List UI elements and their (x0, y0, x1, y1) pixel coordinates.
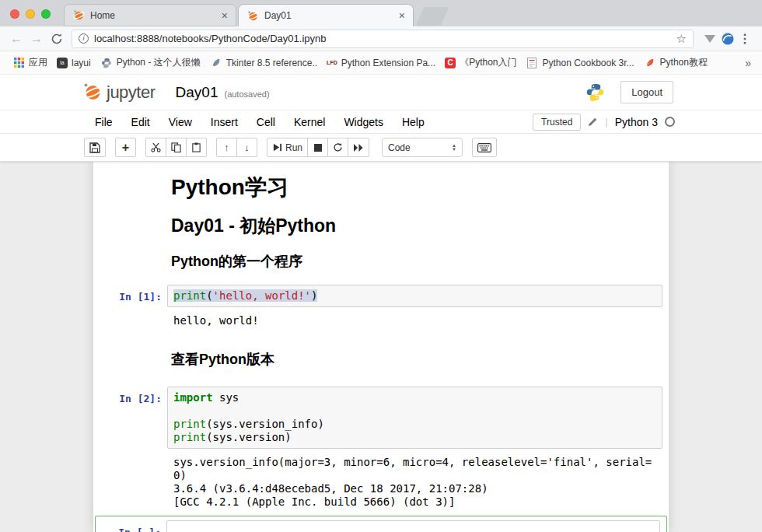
feather-icon (644, 57, 656, 69)
bookmark-label: Python Cookbook 3r... (542, 58, 634, 68)
restart-kernel-button[interactable] (327, 138, 348, 157)
insert-cell-button[interactable]: + (115, 138, 136, 157)
back-button[interactable]: ← (6, 32, 26, 46)
close-window-button[interactable] (10, 9, 19, 19)
notebook-title[interactable]: Day01 (176, 84, 218, 101)
menu-kernel[interactable]: Kernel (285, 113, 334, 131)
interrupt-kernel-button[interactable] (307, 138, 328, 157)
copy-cells-button[interactable] (166, 138, 187, 157)
bookmark-cookbook[interactable]: Python Cookbook 3r... (521, 57, 638, 69)
code-token: (sys.version) (206, 431, 292, 443)
new-tab-button[interactable] (416, 7, 449, 26)
bookmark-label: layui (72, 58, 91, 68)
menu-insert[interactable]: Insert (201, 113, 247, 131)
tab-title: Home (90, 10, 216, 21)
bookmark-python-blog[interactable]: Python - 这个人很懒 (96, 56, 205, 69)
code-token: ( (206, 289, 212, 302)
page-info-icon[interactable]: i (79, 33, 89, 44)
bookmark-label: Python - 这个人很懒 (117, 56, 201, 69)
notebook-h1: Python学习 (171, 174, 656, 201)
markdown-cell-h3b: 查看Python版本 (93, 351, 669, 368)
bookmark-python-intro[interactable]: C 《Python入门 (440, 56, 521, 69)
bookmark-star-icon[interactable]: ☆ (676, 32, 687, 46)
browser-menu-icon[interactable]: ⋮ (739, 31, 751, 46)
bookmark-label: 应用 (29, 56, 47, 69)
fullscreen-window-button[interactable] (41, 9, 51, 19)
notebook-h3-first: Python的第一个程序 (171, 253, 656, 270)
command-palette-button[interactable] (472, 138, 497, 157)
tab-title: Day01 (264, 10, 393, 21)
code-input-area[interactable]: import sys print(sys.version_info) print… (167, 387, 662, 449)
code-token: 'hello, world!' (213, 289, 311, 302)
logout-button[interactable]: Logout (620, 81, 673, 103)
menu-widgets[interactable]: Widgets (334, 113, 393, 131)
output-cell-2: sys.version_info(major=3, minor=6, micro… (93, 452, 669, 513)
forward-button[interactable]: → (26, 32, 47, 46)
bookmark-layui[interactable]: la layui (52, 58, 96, 68)
csdn-icon: C (445, 58, 456, 68)
python-kernel-logo (585, 82, 605, 102)
code-token: sys (213, 391, 239, 404)
bookmarks-bar: 应用 la layui Python - 这个人很懒 Tkinter 8.5 r… (0, 51, 762, 75)
document-icon (526, 57, 538, 69)
tab-day01[interactable]: Day01 × (238, 4, 414, 26)
jupyter-wordmark: jupyter (107, 82, 156, 103)
minimize-window-button[interactable] (26, 9, 35, 19)
bookmark-apps[interactable]: 应用 (8, 56, 52, 69)
jupyter-logo[interactable]: jupyter (82, 82, 156, 103)
restart-run-all-button[interactable] (348, 138, 369, 157)
code-token: ) (311, 289, 317, 302)
bookmark-label: Tkinter 8.5 reference.. (226, 58, 317, 68)
bookmarks-overflow-chevron[interactable]: » (742, 57, 754, 69)
refresh-button[interactable] (47, 33, 67, 45)
move-cell-up-button[interactable]: ↑ (216, 138, 237, 157)
input-prompt: In [2]: (93, 387, 162, 405)
python-mini-icon (100, 57, 113, 69)
output-cell-1: hello, world! (93, 310, 669, 331)
checkpoint-status: (autosaved) (224, 89, 269, 99)
address-bar[interactable]: i localhost:8888/notebooks/PythonCode/Da… (72, 30, 694, 48)
trusted-button[interactable]: Trusted (533, 114, 581, 131)
bookmark-lfd[interactable]: LFD Python Extension Pa... (322, 58, 440, 68)
code-cell-3-selected[interactable]: In [ ]: (95, 516, 667, 532)
menu-cell[interactable]: Cell (247, 113, 285, 131)
move-cell-down-button[interactable]: ↓ (236, 138, 257, 157)
run-cell-button[interactable]: Run (267, 138, 308, 157)
paste-cells-button[interactable] (186, 138, 207, 157)
notebook-h2: Day01 - 初始Python (171, 215, 656, 236)
menu-edit[interactable]: Edit (122, 113, 159, 131)
menu-view[interactable]: View (159, 113, 201, 131)
cell-type-select[interactable]: Code ▲▼ (382, 138, 463, 157)
cut-cells-button[interactable] (145, 138, 166, 157)
extension-globe-icon[interactable] (722, 33, 734, 45)
code-input-area[interactable] (166, 520, 660, 532)
edit-mode-pencil-icon (588, 117, 598, 127)
jupyter-header: jupyter Day01 (autosaved) Logout (0, 75, 762, 110)
bookmark-label: 《Python入门 (460, 56, 516, 69)
run-label: Run (285, 142, 302, 153)
tab-close-icon[interactable]: × (222, 10, 228, 21)
code-token: import (173, 391, 213, 404)
cell-type-value: Code (388, 142, 411, 153)
input-prompt: In [1]: (93, 285, 162, 303)
bookmark-python-tutorial[interactable]: Python教程 (639, 56, 712, 69)
kernel-name: Python 3 (615, 116, 658, 128)
notebook-background: Python学习 Day01 - 初始Python Python的第一个程序 I… (0, 162, 762, 532)
code-input-area[interactable]: print('hello, world!') (167, 285, 662, 307)
tab-close-icon[interactable]: × (399, 10, 405, 21)
divider: | (605, 116, 607, 128)
code-token: print (173, 289, 206, 302)
extension-triangle-icon[interactable] (704, 35, 715, 43)
output-text: hello, world! (167, 310, 662, 331)
bookmark-tkinter[interactable]: Tkinter 8.5 reference.. (205, 57, 322, 69)
notebook-h3-second: 查看Python版本 (171, 351, 656, 368)
menu-file[interactable]: File (86, 113, 122, 131)
code-cell-2: In [2]: import sys print(sys.version_inf… (93, 387, 669, 449)
menu-help[interactable]: Help (393, 113, 434, 131)
code-token: print (173, 418, 206, 430)
lfd-icon: LFD (327, 60, 337, 65)
select-arrows-icon: ▲▼ (452, 144, 456, 152)
input-prompt: In [ ]: (96, 520, 161, 532)
tab-home[interactable]: Home × (64, 4, 236, 26)
save-button[interactable] (84, 138, 106, 157)
